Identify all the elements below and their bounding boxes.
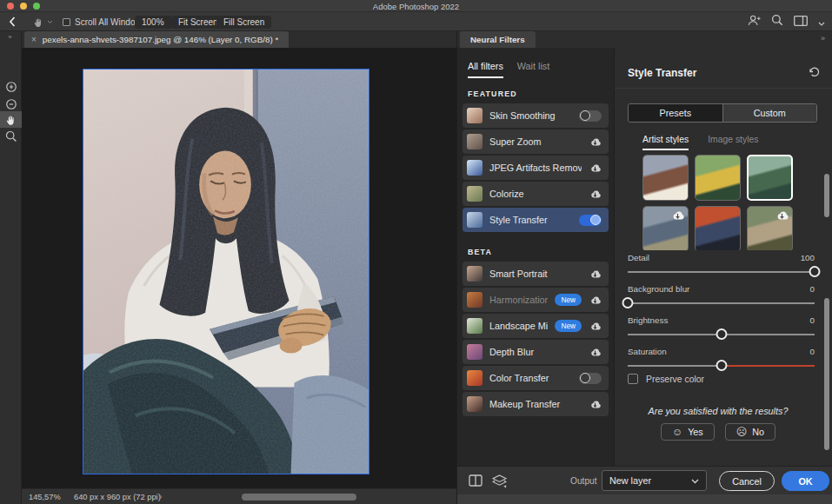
style-tab-artist-styles[interactable]: Artist styles — [642, 135, 689, 150]
scroll-all-windows-checkbox[interactable] — [63, 18, 70, 26]
filter-toggle-off[interactable] — [579, 373, 602, 384]
mode-tab-custom[interactable]: Custom — [722, 104, 817, 122]
filter-row-color-transfer[interactable]: Color Transfer — [463, 366, 609, 390]
fill-screen-button[interactable]: Fill Screen — [216, 16, 271, 29]
filter-toggle-off[interactable] — [579, 110, 602, 122]
ok-button[interactable]: OK — [782, 471, 829, 491]
window-title: Adobe Photoshop 2022 — [0, 2, 832, 11]
collapse-panel-icon[interactable]: » — [821, 34, 825, 43]
download-cloud-icon[interactable] — [589, 347, 602, 358]
slider-track[interactable] — [628, 328, 815, 340]
filter-row-super-zoom[interactable]: Super Zoom — [463, 129, 609, 154]
filter-row-jpeg-artifacts-removal[interactable]: JPEG Artifacts Removal — [463, 156, 609, 180]
slider-track[interactable] — [628, 297, 815, 308]
filter-row-style-transfer[interactable]: Style Transfer — [463, 208, 609, 232]
style-thumbnail-the-scream[interactable] — [695, 206, 741, 250]
download-cloud-icon[interactable] — [589, 399, 602, 410]
style-thumbnail-green-landscape[interactable] — [747, 155, 793, 201]
neural-filters-tab[interactable]: Neural Filters — [460, 31, 536, 48]
scroll-all-windows-option[interactable]: Scroll All Windows — [63, 12, 146, 31]
preserve-color-checkbox[interactable] — [628, 374, 638, 384]
zoom-tool[interactable] — [0, 128, 22, 144]
slider-label: Detail — [628, 253, 649, 264]
filter-row-smart-portrait[interactable]: Smart Portrait — [463, 262, 609, 286]
collapse-tools-icon[interactable]: » — [0, 33, 21, 41]
settings-scrollbar[interactable] — [824, 298, 829, 450]
slider-track[interactable] — [628, 266, 815, 277]
mode-tabs: PresetsCustom — [628, 103, 817, 123]
style-thumbnail-wheat-field[interactable] — [695, 155, 741, 201]
slider-track[interactable] — [628, 360, 815, 371]
download-cloud-icon[interactable] — [589, 136, 602, 148]
download-cloud-icon — [775, 209, 789, 225]
preview-split-icon[interactable] — [469, 474, 483, 490]
slider-thumb[interactable] — [716, 360, 727, 371]
style-thumbnail-mountain-range[interactable] — [642, 206, 689, 250]
document-image[interactable] — [83, 69, 369, 474]
document-status-bar: 145,57% 640 px x 960 px (72 ppi) › — [22, 488, 456, 504]
sliders: Detail100Background blur0Brightness0Satu… — [628, 253, 815, 378]
style-tab-image-styles[interactable]: Image styles — [708, 135, 758, 150]
filter-row-harmonization[interactable]: HarmonizationNew — [463, 288, 609, 312]
document-dimensions: 640 px x 960 px (72 ppi) — [74, 493, 161, 501]
layers-icon[interactable] — [492, 474, 507, 492]
hand-tool[interactable] — [0, 111, 22, 128]
slider-value: 0 — [810, 347, 815, 358]
filter-row-colorize[interactable]: Colorize — [463, 182, 609, 206]
mode-tab-presets[interactable]: Presets — [629, 104, 722, 122]
filter-row-landscape-mixer[interactable]: Landscape MixerNew — [463, 314, 609, 338]
style-thumbnail-tree-lined-road[interactable] — [747, 206, 793, 250]
filter-name: Color Transfer — [489, 373, 572, 383]
filter-tab-wait-list[interactable]: Wait list — [517, 61, 549, 78]
feedback-yes-button[interactable]: ☺ Yes — [661, 423, 715, 441]
horizontal-scrollbar[interactable] — [242, 494, 356, 501]
slider-label: Background blur — [628, 284, 689, 295]
panel-footer: Output New layer Cancel OK — [457, 466, 832, 494]
slider-thumb[interactable] — [622, 297, 634, 308]
style-thumbnail-mount-fuji[interactable] — [642, 155, 689, 201]
filter-section-beta: BETASmart PortraitHarmonizationNewLandsc… — [457, 248, 614, 416]
share-account-icon[interactable] — [748, 14, 761, 30]
preserve-color-option[interactable]: Preserve color — [628, 374, 704, 384]
toggle-knob — [590, 215, 601, 225]
zoom-100-button[interactable]: 100% — [135, 16, 171, 29]
filter-tab-all-filters[interactable]: All filters — [468, 61, 503, 78]
download-cloud-icon[interactable] — [589, 321, 602, 332]
filter-row-skin-smoothing[interactable]: Skin Smoothing — [463, 103, 609, 128]
filter-list-tabs: All filtersWait list — [457, 48, 614, 78]
slider-thumb[interactable] — [809, 266, 821, 277]
download-cloud-icon[interactable] — [589, 269, 602, 280]
download-cloud-icon[interactable] — [589, 295, 602, 306]
download-cloud-icon[interactable] — [589, 189, 602, 200]
zoom-out-icon — [5, 98, 17, 110]
thumbnails-scrollbar[interactable] — [824, 174, 829, 217]
status-chevron-icon[interactable]: › — [159, 492, 162, 501]
panel-tab-bar: Neural Filters » — [457, 31, 832, 48]
document-tab[interactable]: × pexels-anna-shvets-3987107.jpeg @ 146%… — [24, 31, 289, 48]
filter-name: Depth Blur — [489, 347, 582, 357]
chevron-down-icon[interactable] — [818, 14, 825, 30]
zoom-level[interactable]: 145,57% — [29, 493, 61, 501]
slider-thumb[interactable] — [716, 328, 727, 340]
feedback-no-button[interactable]: ☹ No — [725, 423, 775, 441]
filter-toggle-on[interactable] — [579, 215, 602, 226]
zoom-in-tool[interactable] — [0, 78, 22, 95]
hand-tool-option[interactable] — [33, 12, 53, 31]
canvas-area[interactable] — [22, 48, 456, 488]
filter-name: Super Zoom — [489, 136, 582, 147]
close-tab-icon[interactable]: × — [31, 36, 37, 44]
panel-bottom-strip — [457, 494, 832, 504]
filter-row-depth-blur[interactable]: Depth Blur — [463, 340, 609, 364]
output-select[interactable]: New layer — [602, 470, 707, 491]
filter-row-makeup-transfer[interactable]: Makeup Transfer — [463, 392, 609, 416]
style-thumbnails — [642, 155, 801, 250]
zoom-in-icon — [5, 81, 17, 93]
zoom-out-tool[interactable] — [0, 96, 22, 112]
cancel-button[interactable]: Cancel — [719, 471, 775, 491]
reset-icon[interactable] — [808, 65, 821, 81]
workspace-icon[interactable] — [794, 14, 808, 30]
download-cloud-icon[interactable] — [589, 162, 602, 174]
output-label: Output — [570, 476, 597, 486]
back-arrow-icon[interactable] — [9, 12, 16, 31]
search-icon[interactable] — [771, 14, 783, 30]
